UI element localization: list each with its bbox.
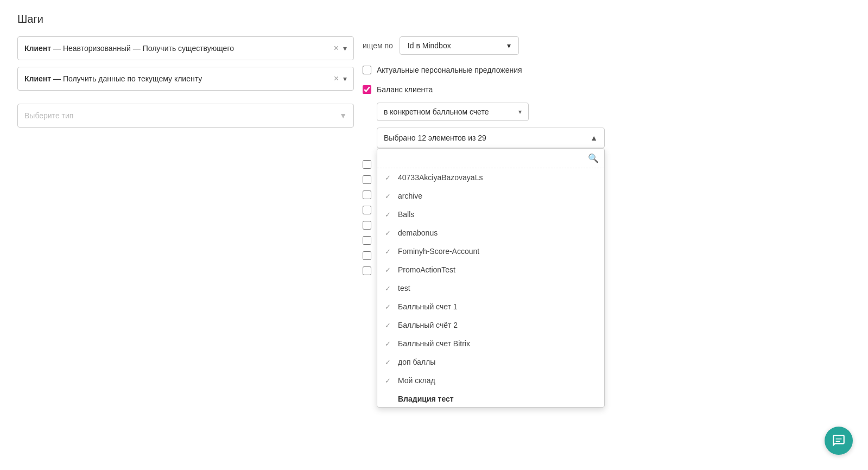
- checkbox-e3-input[interactable]: [363, 221, 371, 230]
- step-1-actions: × ▾: [334, 44, 347, 53]
- balance-type-select[interactable]: в конкретном балльном счете ▾: [377, 103, 529, 121]
- item-label: Балльный счет Bitrix: [398, 339, 470, 348]
- item-label: Мой склад: [398, 376, 435, 385]
- item-check-icon: ✓: [385, 321, 394, 329]
- step-row-1: Клиент — Неавторизованный — Получить сущ…: [17, 36, 354, 60]
- checkbox-e2-input[interactable]: [363, 206, 371, 214]
- list-item[interactable]: ✓demabonus: [377, 224, 604, 242]
- step-2-actions: × ▾: [334, 74, 347, 83]
- step-1-selector[interactable]: Клиент — Неавторизованный — Получить сущ…: [17, 36, 354, 60]
- item-check-icon: ✓: [385, 192, 394, 200]
- list-item[interactable]: ✓Мой склад: [377, 371, 604, 390]
- multi-select-chevron-icon: ▲: [590, 134, 598, 142]
- item-label: Балльный счёт 2: [398, 321, 458, 329]
- checkbox-1-label: Актуальные персональные предложения: [377, 66, 522, 74]
- checkbox-e1-input[interactable]: [363, 190, 371, 199]
- item-label: PromoActionTest: [398, 265, 455, 274]
- checkbox-k-input[interactable]: [363, 175, 371, 184]
- checkbox-row-1: Актуальные персональные предложения: [363, 63, 851, 77]
- page-title: Шаги: [17, 13, 851, 26]
- list-item[interactable]: ✓Балльный счёт 2: [377, 316, 604, 334]
- checkbox-2-label: Баланс клиента: [377, 85, 433, 94]
- step-1-suffix: Получить существующего: [143, 44, 234, 53]
- checkbox-row-2: Баланс клиента: [363, 83, 851, 96]
- list-item[interactable]: ✓Balls: [377, 205, 604, 224]
- multi-select-search-row: 🔍: [377, 149, 604, 168]
- search-id-dropdown[interactable]: Id в Mindbox ▾: [400, 36, 519, 55]
- step-2-chevron-icon[interactable]: ▾: [343, 74, 347, 83]
- list-item[interactable]: ✓Fominyh-Score-Account: [377, 242, 604, 261]
- multi-select-header[interactable]: Выбрано 12 элементов из 29 ▲: [377, 128, 605, 148]
- dropdown-items-list: ✓40733AkciyaBazovayaLs✓archive✓Balls✓dem…: [377, 168, 604, 407]
- item-check-icon: ✓: [385, 377, 394, 385]
- add-step-row: Выберите тип ▼: [17, 104, 354, 128]
- step-2-close-icon[interactable]: ×: [334, 74, 339, 83]
- list-item[interactable]: Владиция тест: [377, 390, 604, 407]
- list-item[interactable]: ✓test: [377, 279, 604, 297]
- search-id-value: Id в Mindbox: [408, 41, 451, 50]
- list-item[interactable]: ✓доп баллы: [377, 353, 604, 371]
- right-options: ищем по Id в Mindbox ▾ Актуальные персон…: [363, 36, 851, 276]
- page-container: Шаги Клиент — Неавторизованный — Получит…: [0, 0, 868, 470]
- step-1-text: Клиент — Неавторизованный — Получить сущ…: [24, 44, 334, 53]
- step-1-middle: Неавторизованный: [63, 44, 131, 53]
- item-label: Балльный счет 1: [398, 302, 458, 311]
- item-check-icon: ✓: [385, 174, 394, 182]
- balance-type-label: в конкретном балльном счете: [384, 107, 489, 116]
- item-check-icon: ✓: [385, 247, 394, 256]
- list-item[interactable]: ✓40733AkciyaBazovayaLs: [377, 168, 604, 187]
- item-check-icon: ✓: [385, 358, 394, 366]
- step-1-prefix: Клиент: [24, 44, 51, 53]
- step-type-select[interactable]: Выберите тип ▼: [17, 104, 354, 128]
- multi-select-dropdown: 🔍 ✓40733AkciyaBazovayaLs✓archive✓Balls✓d…: [377, 148, 605, 408]
- item-check-icon: ✓: [385, 340, 394, 348]
- multi-select-header-text: Выбрано 12 элементов из 29: [384, 134, 486, 142]
- checkbox-s1-input[interactable]: [363, 236, 371, 245]
- checkbox-s3-input[interactable]: [363, 266, 371, 275]
- step-2-prefix: Клиент: [24, 74, 51, 83]
- step-row-2: Клиент — Получить данные по текущему кли…: [17, 67, 354, 91]
- item-label: Владиция тест: [398, 395, 454, 403]
- multi-select-search-icon[interactable]: 🔍: [588, 153, 599, 163]
- checkbox-s2-input[interactable]: [363, 251, 371, 260]
- left-steps: Клиент — Неавторизованный — Получить сущ…: [17, 36, 354, 128]
- checkbox-1-input[interactable]: [363, 66, 371, 74]
- search-by-row: ищем по Id в Mindbox ▾: [363, 36, 851, 55]
- list-item[interactable]: ✓archive: [377, 187, 604, 205]
- step-type-chevron-icon: ▼: [339, 111, 347, 120]
- search-by-label: ищем по: [363, 41, 393, 50]
- item-label: Balls: [398, 210, 414, 219]
- chat-icon: [832, 434, 846, 448]
- checkbox-2-input[interactable]: [363, 85, 371, 94]
- chat-button[interactable]: [825, 427, 853, 455]
- checkbox-d-input[interactable]: [363, 160, 371, 169]
- balance-type-chevron-icon: ▾: [518, 108, 522, 116]
- item-label: 40733AkciyaBazovayaLs: [398, 173, 483, 182]
- item-label: доп баллы: [398, 358, 435, 366]
- item-check-icon: ✓: [385, 211, 394, 219]
- item-check-icon: ✓: [385, 266, 394, 274]
- step-type-placeholder: Выберите тип: [24, 111, 73, 120]
- list-item[interactable]: ✓Балльный счет 1: [377, 297, 604, 316]
- step-1-close-icon[interactable]: ×: [334, 44, 339, 53]
- item-check-icon: ✓: [385, 284, 394, 293]
- balance-dropdown-row: в конкретном балльном счете ▾: [377, 103, 851, 121]
- step-2-selector[interactable]: Клиент — Получить данные по текущему кли…: [17, 67, 354, 91]
- step-1-chevron-icon[interactable]: ▾: [343, 44, 347, 53]
- list-item[interactable]: ✓Балльный счет Bitrix: [377, 334, 604, 353]
- step-2-suffix: Получить данные по текущему клиенту: [63, 74, 202, 83]
- item-label: test: [398, 284, 410, 293]
- item-label: demabonus: [398, 228, 438, 237]
- list-item[interactable]: ✓PromoActionTest: [377, 261, 604, 279]
- item-label: Fominyh-Score-Account: [398, 247, 479, 256]
- item-check-icon: ✓: [385, 229, 394, 237]
- step-2-text: Клиент — Получить данные по текущему кли…: [24, 74, 334, 83]
- steps-and-right-panel: Клиент — Неавторизованный — Получить сущ…: [17, 36, 851, 276]
- multi-select-container: Выбрано 12 элементов из 29 ▲ 🔍 ✓40733Akc…: [377, 128, 605, 148]
- multi-select-search-input[interactable]: [383, 154, 588, 163]
- search-id-chevron-icon: ▾: [507, 41, 511, 50]
- item-label: archive: [398, 192, 422, 200]
- item-check-icon: ✓: [385, 303, 394, 311]
